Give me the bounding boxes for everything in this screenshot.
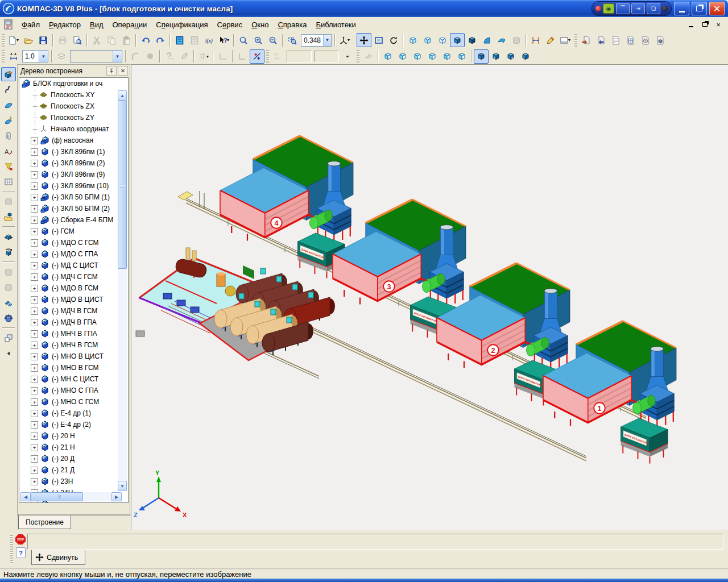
scroll-left-icon[interactable]: ◀ (20, 492, 31, 501)
new-document-button[interactable]: ▼ (6, 33, 21, 47)
tree-vertical-scrollbar[interactable]: ▲ ▼ (118, 90, 127, 491)
surface-tool-1-button[interactable] (1, 98, 16, 112)
plane-indicator-button[interactable] (361, 49, 376, 64)
menu-Справка[interactable]: Справка (273, 19, 311, 31)
scale-combo[interactable]: 0.348▼ (301, 34, 332, 47)
tree-item[interactable]: +(-) МНЧ В ГПА (19, 328, 119, 339)
hscroll-thumb[interactable] (31, 492, 83, 501)
current-step-button[interactable] (6, 49, 21, 64)
nvidia-tool-button-3[interactable]: ❏ (647, 3, 660, 14)
expand-icon[interactable]: + (31, 194, 38, 201)
zoom-by-frame-button[interactable] (285, 33, 300, 47)
zoom-out-button[interactable] (266, 33, 280, 47)
copy-button[interactable] (104, 33, 119, 47)
menu-Сервис[interactable]: Сервис (213, 19, 247, 31)
minimize-button[interactable] (674, 2, 689, 15)
layer-combo-dropdown[interactable]: ▼ (113, 51, 122, 62)
pan-button[interactable] (357, 33, 371, 47)
dimetry-button[interactable] (518, 49, 533, 64)
tree-item[interactable]: +(-) МДО С ГПА (19, 248, 119, 260)
tree-item[interactable]: +(-) Е-4 др (1) (19, 408, 119, 419)
expand-icon[interactable]: + (31, 239, 38, 247)
tree-item[interactable]: Плоскость XY (19, 89, 119, 101)
tree-item[interactable]: +(-) 21 Н (19, 442, 119, 453)
surface-display-button[interactable] (494, 33, 509, 47)
tree-item[interactable]: +(-) МДЧ С ГСМ (19, 271, 119, 282)
expand-icon[interactable]: + (31, 160, 38, 167)
nvidia-logo-icon[interactable]: ◉ (603, 3, 614, 14)
specification-editor-button[interactable] (172, 33, 187, 47)
document-window-icon[interactable] (3, 19, 14, 30)
expand-icon[interactable]: + (31, 319, 38, 326)
hidden-lines-thin-button[interactable] (435, 33, 450, 47)
tree-item[interactable]: +(-) МДО В ГСМ (19, 282, 119, 294)
coords-display-button[interactable] (271, 49, 286, 64)
cut-button[interactable] (89, 33, 104, 47)
child-close-button[interactable]: × (714, 21, 722, 28)
view-left-button[interactable] (440, 49, 454, 64)
surface-tool-2-button[interactable] (1, 113, 16, 127)
tree-item[interactable]: +(-) МН С ЦИСТ (19, 373, 119, 385)
tree-item[interactable]: +(-) МНО С ГСМ (19, 396, 119, 408)
grid-button[interactable]: ▼ (196, 49, 211, 64)
coord-y-field[interactable] (314, 51, 339, 63)
scale-combo-value[interactable]: 0.348 (301, 36, 323, 44)
expand-icon[interactable]: + (31, 478, 38, 485)
isometry-yzx-button[interactable] (489, 49, 503, 64)
tree-item[interactable]: +(-) Сборка Е-4 БПМ (19, 214, 119, 226)
tree-item[interactable]: Плоскость ZY (19, 112, 119, 123)
tree-item[interactable]: +(-) ЗКЛ 50 БПМ (2) (19, 203, 119, 214)
mate-button[interactable] (1, 296, 16, 310)
expand-icon[interactable]: + (31, 364, 38, 372)
property-bar-grip[interactable] (10, 535, 13, 564)
stop-button[interactable]: STOP (15, 534, 26, 544)
child-minimize-button[interactable] (687, 21, 695, 28)
expand-icon[interactable]: + (31, 262, 38, 269)
expand-icon[interactable]: + (31, 398, 38, 406)
spec-grid-button[interactable] (1, 174, 16, 189)
expand-icon[interactable]: + (31, 228, 38, 235)
tree-item[interactable]: +(-) 20 Н (19, 430, 119, 442)
filter-button[interactable] (1, 159, 16, 173)
wireframe-button[interactable] (406, 33, 420, 47)
expand-icon[interactable]: + (31, 137, 38, 144)
tree-item[interactable]: +(-) МНО В ГСМ (19, 362, 119, 373)
redraw-style-button[interactable] (543, 33, 558, 47)
dimensions-button[interactable] (528, 33, 543, 47)
nvidia-tool-button-1[interactable]: ▔ (616, 3, 630, 14)
shaded-wire-button[interactable] (465, 33, 479, 47)
scroll-up-icon[interactable]: ▲ (118, 90, 127, 101)
menu-Операции[interactable]: Операции (107, 19, 151, 31)
restore-button[interactable] (692, 2, 707, 15)
move-component-button[interactable] (1, 230, 16, 244)
section-display-button[interactable] (509, 33, 524, 47)
rotate-view-button[interactable] (386, 33, 401, 47)
redo-button[interactable] (153, 33, 168, 47)
open-document-button[interactable] (21, 33, 36, 47)
view-front-button[interactable] (380, 49, 395, 64)
expand-icon[interactable]: + (31, 251, 38, 258)
step-combo-value[interactable]: 1.0 (23, 52, 39, 60)
expand-icon[interactable]: + (31, 376, 38, 383)
doc-table-button[interactable] (623, 33, 638, 47)
expand-icon[interactable]: + (31, 421, 38, 429)
tree-item[interactable]: +(-) ЗКЛ 896пм (10) (19, 180, 119, 192)
expand-icon[interactable]: + (31, 410, 38, 417)
vscroll-thumb[interactable] (118, 100, 127, 269)
tree-root-item[interactable]: БЛОК подготовки и оч (19, 78, 119, 89)
scroll-down-icon[interactable]: ▼ (118, 481, 127, 491)
tree-horizontal-scrollbar[interactable]: ◀ ▶ (20, 492, 122, 501)
spline-tool-button[interactable] (1, 82, 16, 97)
snap-trace-button[interactable] (177, 49, 192, 64)
tree-item[interactable]: +(-) ЗКЛ 896пм (1) (19, 146, 119, 157)
variables-button[interactable] (202, 33, 217, 47)
layers-button[interactable] (54, 49, 69, 64)
measure-button[interactable] (1, 144, 16, 158)
coord-x-field[interactable] (287, 51, 312, 63)
object-mode-button[interactable] (143, 49, 158, 64)
layer-combo[interactable]: ▼ (70, 50, 122, 63)
component-layout-button[interactable] (1, 331, 16, 345)
expand-icon[interactable]: + (31, 182, 38, 190)
help-button[interactable]: ? (16, 547, 26, 558)
tree-item[interactable]: Начало координат (19, 123, 119, 135)
